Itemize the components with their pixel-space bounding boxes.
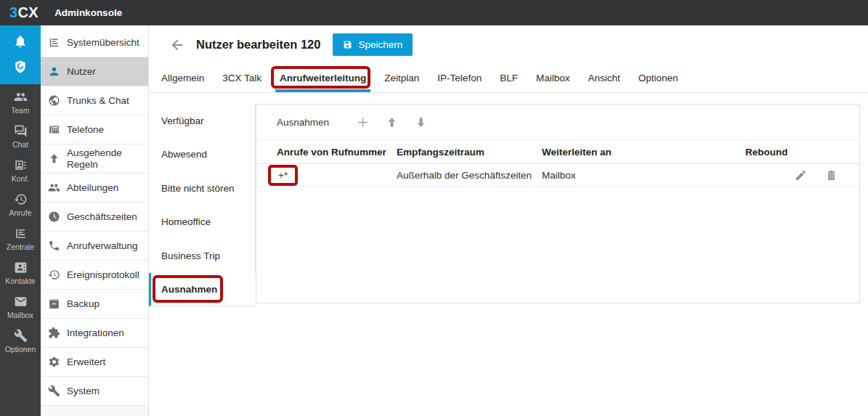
tab-anrufweiterleitung[interactable]: Anrufweiterleitung bbox=[280, 64, 366, 92]
sidebar-item-geschäftszeiten[interactable]: Geschäftszeiten bbox=[41, 203, 148, 232]
arrow-up-solid-icon bbox=[385, 115, 399, 129]
sidebar-item-ausgehende-regeln[interactable]: Ausgehende Regeln bbox=[41, 144, 148, 174]
profile-nav-verfügbar[interactable]: Verfügbar bbox=[149, 104, 255, 138]
save-icon bbox=[343, 40, 352, 49]
rail-item-zentrale[interactable]: Zentrale bbox=[0, 221, 41, 255]
app-title: Adminkonsole bbox=[54, 7, 122, 18]
sidebar-item-label: Anrufverwaltung bbox=[67, 240, 138, 252]
save-button-label: Speichern bbox=[358, 39, 402, 50]
main-area: Nutzer bearbeiten 120 Speichern Allgemei… bbox=[149, 25, 868, 416]
rail-item-label: Kontakte bbox=[5, 277, 35, 285]
rail-item-konf[interactable]: Konf. bbox=[0, 152, 41, 187]
profile-nav-bitte-nicht-stören[interactable]: Bitte nicht stören bbox=[149, 171, 255, 205]
rail-item-team[interactable]: Team bbox=[0, 84, 41, 118]
sidebar-item-system[interactable]: System bbox=[41, 377, 148, 406]
tab-label: Allgemein bbox=[161, 73, 204, 83]
profile-nav-abwesend[interactable]: Abwesend bbox=[149, 138, 255, 172]
sidebar-item-systemübersicht[interactable]: Systemübersicht bbox=[41, 28, 148, 57]
tab-ansicht[interactable]: Ansicht bbox=[588, 64, 620, 92]
arrow-up-icon bbox=[48, 152, 60, 165]
move-down-button[interactable] bbox=[414, 115, 428, 129]
sidebar-item-label: Integrationen bbox=[67, 327, 124, 339]
rail-item-chat[interactable]: Chat bbox=[0, 118, 41, 152]
rail-item-label: Optionen bbox=[5, 345, 36, 354]
sidebar-item-ereignisprotokoll[interactable]: Ereignisprotokoll bbox=[41, 261, 148, 290]
sidebar-item-nutzer[interactable]: Nutzer bbox=[41, 57, 148, 86]
tab-label: Mailbox bbox=[536, 73, 570, 83]
sidebar-item-label: Abteilungen bbox=[67, 182, 118, 194]
archive-icon bbox=[48, 298, 60, 310]
sidebar-item-telefone[interactable]: Telefone bbox=[41, 115, 148, 144]
tab-zeitplan[interactable]: Zeitplan bbox=[384, 64, 419, 92]
profile-nav-label: Verfügbar bbox=[161, 115, 204, 126]
group-icon bbox=[48, 182, 60, 194]
profile-nav-homeoffice[interactable]: Homeoffice bbox=[149, 205, 255, 240]
save-button[interactable]: Speichern bbox=[333, 33, 413, 56]
profile-nav-business-trip[interactable]: Business Trip bbox=[149, 239, 255, 273]
move-up-button[interactable] bbox=[385, 115, 399, 129]
sidebar-item-trunks-chat[interactable]: Trunks & Chat bbox=[41, 86, 148, 115]
sidebar-item-abteilungen[interactable]: Abteilungen bbox=[41, 174, 148, 203]
rail-item-mailbox[interactable]: Mailbox bbox=[0, 289, 41, 323]
sidebar-item-label: Geschäftszeiten bbox=[67, 211, 137, 223]
profile-nav: VerfügbarAbwesendBitte nicht störenHomeo… bbox=[149, 104, 256, 306]
sidebar-footer bbox=[41, 406, 148, 416]
tab-label: Optionen bbox=[638, 73, 678, 83]
tab-3cx-talk[interactable]: 3CX Talk bbox=[222, 64, 261, 92]
rail-item-optionen[interactable]: Optionen bbox=[0, 323, 41, 357]
shield-icon bbox=[13, 60, 28, 74]
edit-pencil-icon[interactable] bbox=[795, 169, 807, 182]
desk-phone-icon bbox=[48, 123, 60, 136]
rail-item-shield[interactable] bbox=[0, 54, 41, 79]
tab-label: Ansicht bbox=[588, 73, 620, 83]
sidebar-item-anrufverwaltung[interactable]: Anrufverwaltung bbox=[41, 232, 148, 261]
exceptions-table-body: +* Außerhalb der Geschäftszeiten Mailbox bbox=[256, 164, 859, 187]
exceptions-toolbar: Ausnahmen bbox=[256, 105, 859, 140]
logo-cx: CX bbox=[18, 4, 39, 21]
column-header-3: Rebound bbox=[745, 147, 839, 158]
tab-blf[interactable]: BLF bbox=[500, 64, 518, 92]
tab-allgemein[interactable]: Allgemein bbox=[161, 64, 204, 92]
sidebar-item-backup[interactable]: Backup bbox=[41, 290, 148, 319]
chat-icon bbox=[14, 124, 28, 138]
tab-ip-telefon[interactable]: IP-Telefon bbox=[437, 64, 482, 92]
wrench-icon bbox=[48, 385, 60, 397]
team-icon bbox=[14, 90, 28, 104]
mailbox-icon bbox=[14, 295, 28, 309]
profile-nav-label: Ausnahmen bbox=[161, 284, 217, 295]
gear-icon bbox=[48, 356, 60, 368]
sidebar: SystemübersichtNutzerTrunks & ChatTelefo… bbox=[41, 25, 149, 416]
cell-actions bbox=[745, 169, 839, 182]
handset-icon bbox=[48, 240, 60, 252]
trash-icon[interactable] bbox=[825, 169, 837, 182]
globe-icon bbox=[48, 94, 60, 107]
history-icon bbox=[48, 269, 60, 281]
tab-mailbox[interactable]: Mailbox bbox=[536, 64, 570, 92]
exception-row: +* Außerhalb der Geschäftszeiten Mailbox bbox=[256, 164, 859, 187]
sidebar-item-erweitert[interactable]: Erweitert bbox=[41, 348, 148, 377]
sidebar-item-label: Backup bbox=[67, 298, 100, 310]
tab-optionen[interactable]: Optionen bbox=[638, 64, 678, 92]
user-icon bbox=[48, 65, 60, 78]
arrow-down-solid-icon bbox=[414, 115, 428, 129]
profile-nav-ausnahmen[interactable]: Ausnahmen bbox=[149, 273, 256, 306]
exception-number: +* bbox=[278, 170, 288, 181]
sidebar-item-label: Erweitert bbox=[67, 356, 105, 368]
rail-item-anrufe[interactable]: Anrufe bbox=[0, 187, 41, 221]
profile-nav-label: Homeoffice bbox=[161, 216, 211, 227]
sidebar-item-integrationen[interactable]: Integrationen bbox=[41, 319, 148, 348]
sidebar-item-label: Ausgehende Regeln bbox=[67, 147, 144, 170]
puzzle-icon bbox=[48, 327, 60, 339]
column-header-0: Anrufe von Rufnummer bbox=[277, 147, 397, 158]
tab-label: IP-Telefon bbox=[437, 73, 482, 83]
rail-item-bell[interactable] bbox=[0, 28, 41, 54]
conference-icon bbox=[14, 158, 28, 172]
cell-forward-to: Mailbox bbox=[542, 170, 745, 181]
tab-label: Zeitplan bbox=[384, 73, 419, 83]
content-area: VerfügbarAbwesendBitte nicht störenHomeo… bbox=[149, 104, 868, 306]
add-exception-button[interactable] bbox=[356, 115, 370, 129]
rail-item-kontakte[interactable]: Kontakte bbox=[0, 255, 41, 289]
exceptions-title: Ausnahmen bbox=[277, 117, 329, 128]
back-button[interactable] bbox=[169, 37, 185, 53]
sidebar-item-label: Nutzer bbox=[67, 66, 96, 78]
